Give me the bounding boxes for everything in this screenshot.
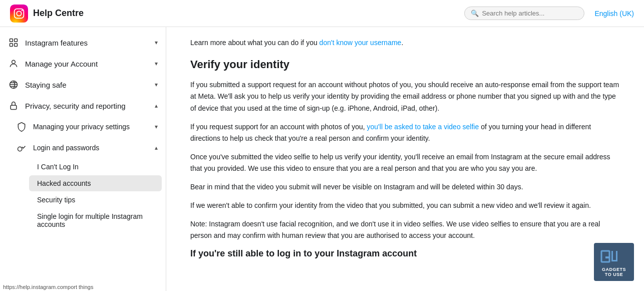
grid-icon	[8, 37, 19, 48]
sidebar-item-instagram-features[interactable]: Instagram features ▾	[0, 32, 166, 53]
watermark-logo	[599, 247, 628, 266]
sidebar-label-instagram-features: Instagram features	[25, 39, 88, 47]
sub-section-privacy: Managing your privacy settings ▾ Login a…	[0, 116, 166, 232]
chevron-up-icon: ▴	[155, 102, 158, 109]
search-box[interactable]: 🔍	[464, 7, 584, 20]
video-selfie-link[interactable]: you'll be asked to take a video selfie	[367, 123, 479, 131]
intro-paragraph: Learn more about what you can do if you …	[190, 37, 620, 48]
chevron-up-icon: ▴	[155, 144, 158, 151]
content-para-4: Bear in mind that the video you submit w…	[190, 181, 620, 193]
sidebar-item-security-tips[interactable]: Security tips	[29, 192, 162, 208]
hacked-accounts-label: Hacked accounts	[37, 179, 91, 187]
svg-rect-10	[11, 105, 17, 109]
svg-rect-6	[10, 44, 13, 47]
svg-point-11	[18, 147, 22, 151]
section1-title: Verify your identity	[190, 58, 620, 71]
svg-point-8	[12, 60, 16, 64]
single-login-label: Single login for multiple Instagram acco…	[37, 212, 154, 228]
layout: Instagram features ▾ Manage your Account…	[0, 27, 644, 291]
login-sub-items: I Can't Log In Hacked accounts Security …	[8, 159, 166, 232]
chevron-down-icon: ▾	[155, 39, 158, 46]
sidebar-item-login-passwords[interactable]: Login and passwords ▴	[8, 137, 166, 158]
svg-point-3	[22, 10, 23, 11]
main-content: Learn more about what you can do if you …	[166, 27, 644, 291]
site-title: Help Centre	[33, 8, 84, 19]
username-link[interactable]: don't know your username	[319, 39, 402, 47]
privacy-icon	[16, 121, 27, 132]
svg-rect-12	[599, 247, 628, 266]
security-tips-label: Security tips	[37, 196, 75, 204]
globe-icon	[8, 79, 19, 90]
svg-rect-7	[15, 44, 18, 47]
header-right: 🔍 English (UK)	[464, 7, 634, 20]
content-para-1: If you submitted a support request for a…	[190, 79, 620, 114]
watermark-text: GADGETS TO USE	[598, 267, 630, 277]
svg-rect-0	[10, 5, 28, 23]
lock-icon	[8, 100, 19, 111]
sidebar-label-manage-account: Manage your Account	[25, 60, 98, 68]
language-selector[interactable]: English (UK)	[594, 10, 634, 18]
sidebar-item-privacy-security[interactable]: Privacy, security and reporting ▴	[0, 95, 166, 116]
header: Help Centre 🔍 English (UK)	[0, 0, 644, 27]
svg-rect-15	[611, 251, 613, 260]
sidebar: Instagram features ▾ Manage your Account…	[0, 27, 166, 291]
key-icon	[16, 142, 27, 153]
content-para-6: Note: Instagram doesn't use facial recog…	[190, 218, 620, 241]
sidebar-item-staying-safe[interactable]: Staying safe ▾	[0, 74, 166, 95]
chevron-down-icon: ▾	[155, 81, 158, 88]
svg-rect-5	[15, 39, 18, 42]
cant-log-in-label: I Can't Log In	[37, 163, 79, 171]
svg-rect-16	[611, 260, 617, 261]
sidebar-label-managing-privacy: Managing your privacy settings	[33, 123, 130, 131]
sidebar-label-staying-safe: Staying safe	[25, 81, 67, 89]
sidebar-label-login-passwords: Login and passwords	[33, 144, 99, 152]
person-icon	[8, 58, 19, 69]
sidebar-label-privacy-security: Privacy, security and reporting	[25, 102, 126, 110]
instagram-logo	[10, 5, 28, 23]
content-para-3: Once you've submitted the video selfie t…	[190, 151, 620, 174]
header-left: Help Centre	[10, 5, 84, 23]
content-para-5: If we weren't able to confirm your ident…	[190, 200, 620, 211]
svg-rect-14	[605, 256, 609, 258]
section2-title: If you're still able to log in to your I…	[190, 248, 620, 259]
sidebar-item-hacked-accounts[interactable]: Hacked accounts	[29, 175, 162, 191]
sidebar-item-manage-account[interactable]: Manage your Account ▾	[0, 53, 166, 74]
sidebar-item-managing-privacy[interactable]: Managing your privacy settings ▾	[8, 116, 166, 137]
content-para-2: If you request support for an account wi…	[190, 121, 620, 144]
svg-rect-17	[616, 251, 617, 260]
status-suffix: port things	[68, 284, 93, 290]
search-icon: 🔍	[471, 10, 479, 17]
sidebar-item-cant-log-in[interactable]: I Can't Log In	[29, 159, 162, 175]
watermark: GADGETS TO USE	[594, 243, 634, 281]
sidebar-item-single-login[interactable]: Single login for multiple Instagram acco…	[29, 208, 162, 232]
search-input[interactable]	[482, 10, 578, 17]
status-bar: https://help.instagram.comport things	[0, 283, 96, 291]
chevron-down-icon: ▾	[155, 123, 158, 130]
chevron-down-icon: ▾	[155, 60, 158, 67]
svg-rect-4	[10, 39, 13, 42]
